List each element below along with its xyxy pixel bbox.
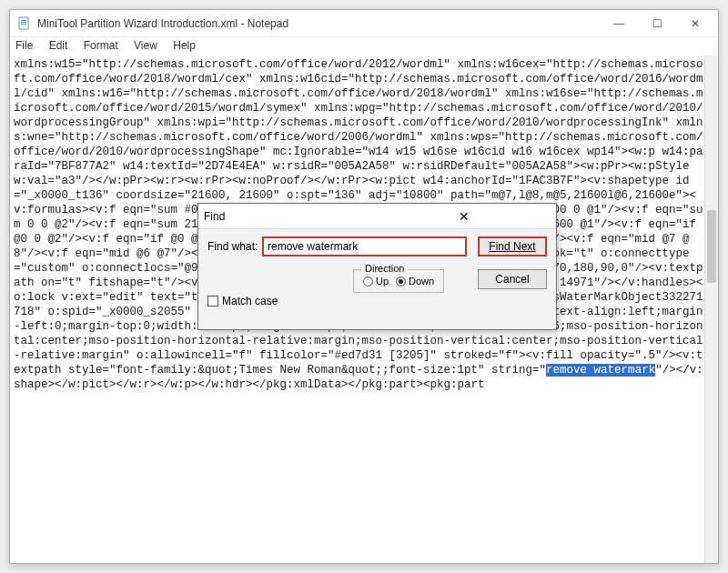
vertical-scrollbar[interactable] — [704, 55, 718, 563]
notepad-window: MiniTool Partition Wizard Introduction.x… — [9, 9, 719, 564]
minimize-button[interactable]: — — [600, 11, 638, 36]
window-title: MiniTool Partition Wizard Introduction.x… — [37, 17, 600, 30]
menu-edit[interactable]: Edit — [49, 39, 68, 52]
find-dialog-title: Find — [204, 210, 378, 223]
direction-up-radio[interactable]: Up — [363, 276, 389, 286]
scroll-thumb[interactable] — [707, 210, 716, 283]
direction-group: Direction Up Down — [353, 269, 444, 293]
direction-down-radio[interactable]: Down — [396, 276, 434, 286]
svg-rect-3 — [21, 24, 26, 25]
match-case-checkbox[interactable]: Match case — [207, 295, 278, 307]
menu-help[interactable]: Help — [173, 39, 196, 52]
find-body: Find what: Find Next Cancel Direction Up… — [198, 229, 556, 329]
find-close-button[interactable]: ✕ — [378, 209, 551, 224]
find-what-input[interactable] — [262, 236, 467, 256]
selection-highlight: remove watermark — [546, 364, 655, 377]
menu-bar: File Edit Format View Help — [10, 37, 718, 55]
radio-icon — [363, 276, 373, 286]
radio-icon — [396, 276, 406, 286]
title-bar[interactable]: MiniTool Partition Wizard Introduction.x… — [10, 10, 718, 37]
svg-rect-0 — [19, 17, 28, 29]
menu-view[interactable]: View — [134, 39, 157, 52]
menu-format[interactable]: Format — [84, 39, 118, 52]
find-dialog: Find ✕ Find what: Find Next Cancel Direc… — [197, 203, 557, 330]
close-button[interactable]: ✕ — [676, 11, 714, 36]
maximize-button[interactable]: ☐ — [638, 11, 676, 36]
app-icon — [17, 16, 32, 31]
cancel-button[interactable]: Cancel — [478, 269, 547, 289]
checkbox-icon — [207, 296, 218, 307]
menu-file[interactable]: File — [15, 39, 33, 52]
find-next-button[interactable]: Find Next — [478, 236, 547, 256]
svg-rect-2 — [21, 22, 26, 23]
direction-legend: Direction — [361, 263, 408, 274]
find-title-bar[interactable]: Find ✕ — [198, 204, 556, 229]
find-what-label: Find what: — [207, 240, 262, 253]
svg-rect-1 — [21, 20, 26, 21]
